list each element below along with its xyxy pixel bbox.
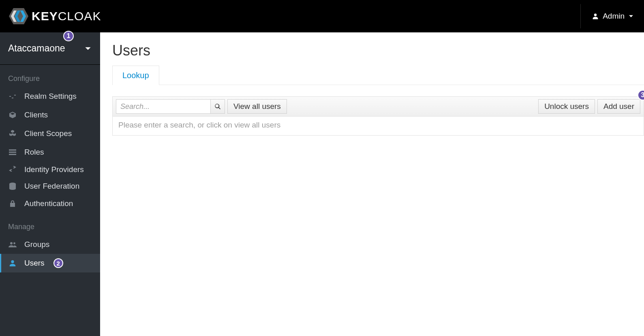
tab-lookup[interactable]: Lookup [112,66,159,85]
svg-point-9 [13,242,15,245]
view-all-users-button[interactable]: View all users [227,99,287,114]
svg-rect-5 [9,152,16,153]
sidebar-item-label: Realm Settings [24,92,77,101]
sidebar-item-label: Groups [24,240,49,249]
chevron-down-icon [629,14,633,19]
sidebar-item-label: Identity Providers [24,164,84,176]
cubes-icon [8,130,17,137]
sidebar-item-client-scopes[interactable]: Client Scopes [0,124,100,143]
sidebar-item-authentication[interactable]: Authentication [0,194,100,213]
unlock-users-button[interactable]: Unlock users [538,99,595,114]
realm-name: Ataccamaone [8,43,65,54]
user-label: Admin [603,12,625,21]
sidebar-section-manage: Manage [0,213,100,235]
search-button[interactable] [210,99,225,114]
sidebar-item-identity-providers[interactable]: Identity Providers [0,162,100,178]
database-icon [8,183,17,190]
sidebar-item-label: Users [24,259,45,268]
brand-text: KEYCLOAK [32,9,101,23]
list-icon [8,149,17,155]
group-icon [8,241,17,248]
lock-icon [8,200,17,207]
search-wrap [116,99,225,114]
sidebar-item-clients[interactable]: Clients [0,106,100,124]
sidebar: Ataccamaone 1 Configure Realm Settings C… [0,32,100,336]
sidebar-item-realm-settings[interactable]: Realm Settings [0,87,100,106]
user-icon [8,259,17,267]
exchange-icon [8,166,17,172]
main-content: Users Lookup View all users Unlock users… [100,32,644,336]
svg-point-8 [10,242,13,245]
keycloak-logo-icon [8,7,29,25]
tabs: Lookup [112,66,644,85]
add-user-button[interactable]: Add user 3 [597,99,640,114]
brand[interactable]: KEYCLOAK [8,7,101,25]
sliders-icon [8,93,17,100]
users-empty-hint: Please enter a search, or click on view … [112,117,644,136]
sidebar-item-label: Roles [24,148,44,157]
sidebar-item-user-federation[interactable]: User Federation [0,178,100,195]
callout-badge-2: 2 [53,258,63,268]
callout-badge-3: 3 [638,90,644,100]
sidebar-item-label: Authentication [24,199,73,208]
user-icon [592,13,599,19]
callout-badge-1: 1 [63,31,74,41]
svg-rect-4 [9,149,16,151]
topbar-right: Admin [580,0,633,32]
user-menu[interactable]: Admin [592,12,633,21]
chevron-down-icon [85,45,91,52]
realm-selector[interactable]: Ataccamaone 1 [0,32,100,65]
users-toolbar: View all users Unlock users Add user 3 [112,96,644,117]
sidebar-item-label: Clients [24,111,48,119]
sidebar-item-users[interactable]: Users 2 [0,254,100,272]
topbar-divider [580,4,581,28]
search-input[interactable] [116,99,210,114]
svg-rect-6 [9,154,16,155]
sidebar-section-configure: Configure [0,65,100,87]
sidebar-item-roles[interactable]: Roles [0,143,100,162]
sidebar-item-label: Client Scopes [24,129,72,138]
sidebar-item-groups[interactable]: Groups [0,235,100,254]
search-icon [214,103,221,110]
sidebar-item-label: User Federation [24,181,79,192]
topbar: KEYCLOAK Admin [0,0,644,32]
cube-icon [8,111,17,119]
add-user-label: Add user [603,102,634,111]
page-title: Users [112,42,644,59]
